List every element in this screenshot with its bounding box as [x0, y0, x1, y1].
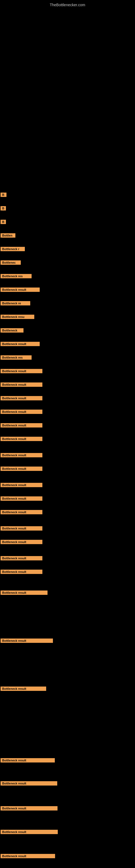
- bottleneck-result-label: Bottleneck resu: [1, 315, 34, 319]
- bottleneck-result-label: Bottlenec: [1, 260, 21, 265]
- bottleneck-result-label: Bottleneck result: [1, 423, 42, 428]
- bottleneck-result-label: Bottleneck result: [1, 590, 48, 595]
- bottleneck-result-label: Bottleneck result: [1, 483, 42, 487]
- bottleneck-result-label: Bottleneck result: [1, 830, 58, 834]
- bottleneck-result-label: Bottleneck r: [1, 247, 25, 251]
- bottleneck-result-label: Bottleneck result: [1, 496, 42, 501]
- site-title: TheBottlenecker.com: [0, 1, 135, 9]
- bottleneck-result-label: Bottleneck result: [1, 467, 42, 471]
- bottleneck-result-label: Bottleneck result: [1, 437, 42, 441]
- bottleneck-result-label: Bottleneck result: [1, 287, 40, 292]
- bottleneck-result-label: Bottleneck result: [1, 806, 57, 810]
- bottleneck-result-label: Bottlen: [1, 233, 15, 238]
- bottleneck-result-label: Bottleneck result: [1, 453, 42, 457]
- bottleneck-result-label: B: [1, 206, 6, 211]
- bottleneck-result-label: Bottleneck result: [1, 396, 42, 400]
- bottleneck-result-label: Bottleneck result: [1, 369, 42, 373]
- bottleneck-result-label: Bottleneck result: [1, 758, 55, 763]
- bottleneck-result-label: B: [1, 220, 6, 224]
- bottleneck-result-label: Bottleneck result: [1, 569, 42, 574]
- bottleneck-result-label: Bottleneck result: [1, 540, 42, 544]
- bottleneck-result-label: Bottleneck res: [1, 274, 32, 278]
- bottleneck-result-label: Bottleneck result: [1, 510, 42, 514]
- bottleneck-result-label: Bottleneck result: [1, 382, 42, 387]
- bottleneck-result-label: Bottleneck result: [1, 526, 42, 531]
- bottleneck-result-label: Bottleneck result: [1, 781, 57, 785]
- bottleneck-result-label: Bottleneck result: [1, 410, 42, 414]
- bottleneck-result-label: Bottleneck result: [1, 342, 40, 346]
- bottleneck-result-label: Bottleneck res: [1, 355, 32, 360]
- bottleneck-result-label: Bottleneck result: [1, 854, 55, 858]
- bottleneck-result-label: Bottleneck result: [1, 639, 53, 643]
- bottleneck-result-label: Bottleneck result: [1, 556, 42, 560]
- bottleneck-result-label: Bottleneck result: [1, 686, 46, 691]
- bottleneck-result-label: Bottleneck re: [1, 301, 30, 305]
- bottleneck-result-label: B: [1, 193, 6, 197]
- bottleneck-result-label: Bottleneck: [1, 328, 24, 333]
